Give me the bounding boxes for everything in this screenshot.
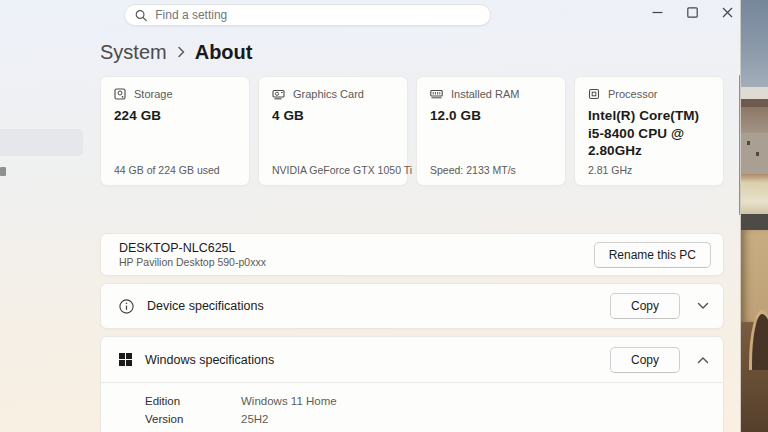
storage-card: Storage 224 GB 44 GB of 224 GB used: [100, 76, 250, 186]
card-detail: 44 GB of 224 GB used: [114, 164, 241, 176]
settings-window: System About Storage 224 GB 44 GB of 224…: [0, 0, 741, 432]
card-label: Installed RAM: [451, 88, 519, 100]
maximize-button[interactable]: [676, 0, 708, 24]
device-name-panel: DESKTOP-NLC625L HP Pavilion Desktop 590-…: [100, 233, 724, 276]
minimize-button[interactable]: [641, 0, 673, 24]
sidebar-item-icon-fragment: [0, 167, 6, 176]
windows-specifications-expander[interactable]: Windows specifications Copy: [101, 337, 723, 382]
minimize-icon: [652, 7, 663, 18]
card-label: Graphics Card: [293, 88, 364, 100]
search-input[interactable]: [155, 8, 480, 22]
spec-label: Edition: [145, 395, 241, 407]
device-specifications-panel: Device specifications Copy: [100, 283, 724, 329]
sidebar-item-selected-sliver[interactable]: [0, 129, 83, 156]
close-icon: [722, 7, 733, 18]
wallpaper-roofline: [741, 99, 768, 107]
windows-specifications-title: Windows specifications: [145, 353, 610, 367]
spec-row-version: Version 25H2: [145, 410, 723, 428]
ram-card: Installed RAM 12.0 GB Speed: 2133 MT/s: [416, 76, 566, 186]
processor-card: Processor Intel(R) Core(TM) i5-8400 CPU …: [574, 76, 724, 186]
cpu-icon: [588, 88, 600, 100]
card-value: 12.0 GB: [430, 107, 552, 125]
card-value: 224 GB: [114, 107, 236, 125]
gpu-icon: [272, 89, 285, 100]
spec-value: 25H2: [241, 413, 269, 425]
spec-row-edition: Edition Windows 11 Home: [145, 392, 723, 410]
wallpaper-tower: [741, 174, 768, 214]
chevron-down-icon: [697, 302, 709, 310]
page-title: About: [195, 41, 253, 64]
card-value: Intel(R) Core(TM) i5-8400 CPU @ 2.80GHz: [588, 107, 710, 160]
ram-icon: [430, 89, 443, 99]
search-icon: [135, 9, 147, 22]
wallpaper-wall: [741, 133, 768, 174]
wallpaper-bridge-top: [741, 230, 768, 322]
wallpaper-window-dot: [747, 141, 750, 145]
breadcrumb: System About: [100, 38, 252, 66]
maximize-icon: [687, 7, 698, 18]
hardware-cards: Storage 224 GB 44 GB of 224 GB used Grap…: [100, 76, 724, 186]
card-detail: NVIDIA GeForce GTX 1050 Ti: [272, 164, 399, 176]
windows-spec-rows: Edition Windows 11 Home Version 25H2 Ins…: [101, 383, 723, 432]
device-identity: DESKTOP-NLC625L HP Pavilion Desktop 590-…: [119, 241, 266, 268]
device-specifications-title: Device specifications: [147, 299, 610, 313]
wallpaper-window-dot: [756, 152, 759, 156]
spec-row-installed-on: Installed on 27/02/2026: [145, 428, 723, 432]
breadcrumb-system-link[interactable]: System: [100, 41, 167, 64]
vertical-scrollbar-thumb[interactable]: [739, 75, 741, 215]
rename-pc-button[interactable]: Rename this PC: [594, 242, 711, 268]
wallpaper-buildings: [741, 87, 768, 99]
graphics-card: Graphics Card 4 GB NVIDIA GeForce GTX 10…: [258, 76, 408, 186]
device-model: HP Pavilion Desktop 590-p0xxx: [119, 256, 266, 268]
wallpaper-shadow-band: [741, 214, 768, 230]
card-value: 4 GB: [272, 107, 394, 125]
card-label: Processor: [608, 88, 658, 100]
card-detail: Speed: 2133 MT/s: [430, 164, 557, 176]
info-icon: [119, 299, 134, 314]
chevron-up-icon: [697, 356, 709, 364]
windows-specifications-panel: Windows specifications Copy Edition Wind…: [100, 336, 724, 432]
copy-windows-specs-button[interactable]: Copy: [610, 347, 680, 373]
close-button[interactable]: [711, 0, 741, 24]
spec-label: Version: [145, 413, 241, 425]
device-name: DESKTOP-NLC625L: [119, 241, 266, 255]
copy-device-specs-button[interactable]: Copy: [610, 293, 680, 319]
card-label: Storage: [134, 88, 173, 100]
card-detail: 2.81 GHz: [588, 164, 715, 176]
wallpaper-sky: [741, 0, 768, 87]
storage-icon: [114, 88, 126, 100]
spec-value: Windows 11 Home: [241, 395, 337, 407]
search-box[interactable]: [124, 4, 491, 26]
device-specifications-expander[interactable]: Device specifications Copy: [101, 284, 723, 328]
chevron-right-icon: [177, 46, 185, 58]
windows-logo-icon: [119, 353, 132, 366]
collapse-windows-specs-button[interactable]: [695, 354, 711, 366]
expand-device-specs-button[interactable]: [695, 300, 711, 312]
wallpaper-roof: [741, 107, 768, 133]
